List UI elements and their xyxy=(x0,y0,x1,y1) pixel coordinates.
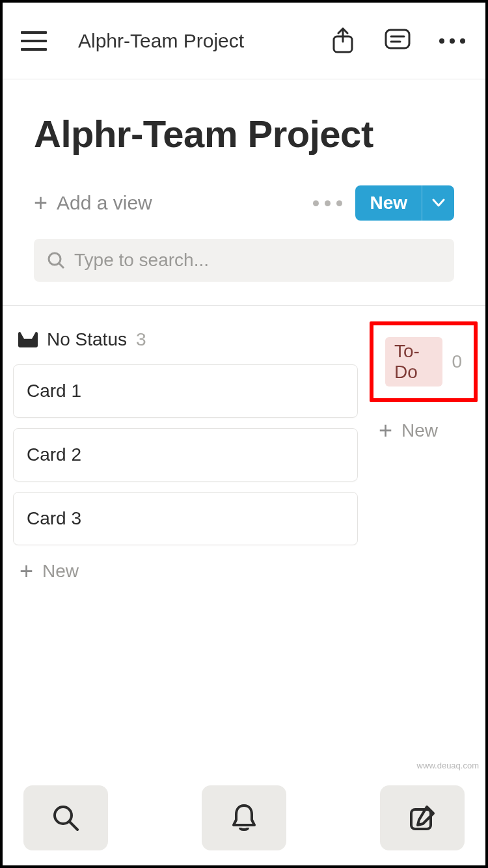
search-icon xyxy=(51,804,80,832)
share-icon[interactable] xyxy=(328,26,358,56)
board-card[interactable]: Card 1 xyxy=(13,364,358,418)
column-count: 3 xyxy=(136,329,146,350)
add-view-button[interactable]: + Add a view xyxy=(34,191,152,215)
column-header[interactable]: No Status 3 xyxy=(13,325,358,354)
top-actions xyxy=(328,26,467,56)
header-title[interactable]: Alphr-Team Project xyxy=(78,30,244,52)
search-box[interactable] xyxy=(34,239,454,282)
page-title[interactable]: Alphr-Team Project xyxy=(34,112,454,156)
search-icon xyxy=(47,251,65,269)
new-button[interactable]: New xyxy=(355,185,454,221)
column-name: No Status xyxy=(47,329,127,350)
board: No Status 3 Card 1 Card 2 Card 3 + New T… xyxy=(3,305,485,583)
column-status-tag: To-Do xyxy=(385,337,442,387)
more-icon[interactable] xyxy=(437,26,467,56)
plus-icon: + xyxy=(20,560,33,583)
chevron-down-icon[interactable] xyxy=(422,185,454,221)
column-header[interactable]: To-Do 0 xyxy=(380,333,467,390)
top-bar: Alphr-Team Project xyxy=(3,3,485,79)
add-card-label: New xyxy=(42,561,79,582)
add-card-button[interactable]: + New xyxy=(13,560,358,583)
search-input[interactable] xyxy=(74,250,441,271)
compose-button[interactable] xyxy=(380,785,465,850)
bell-icon xyxy=(231,803,257,833)
board-column-no-status: No Status 3 Card 1 Card 2 Card 3 + New xyxy=(13,325,358,583)
notifications-button[interactable] xyxy=(202,785,286,850)
view-row: + Add a view New xyxy=(34,185,454,221)
add-card-label: New xyxy=(401,420,438,441)
comment-icon[interactable] xyxy=(383,26,413,56)
view-more-icon[interactable] xyxy=(313,200,342,206)
bottom-bar xyxy=(5,773,483,863)
svg-point-2 xyxy=(49,253,61,265)
watermark: www.deuaq.com xyxy=(417,761,479,770)
add-card-button[interactable]: + New xyxy=(372,419,475,442)
plus-icon: + xyxy=(379,419,392,442)
svg-rect-1 xyxy=(386,30,409,48)
new-button-label: New xyxy=(355,185,422,221)
board-card[interactable]: Card 3 xyxy=(13,492,358,545)
compose-icon xyxy=(409,804,436,832)
search-button[interactable] xyxy=(23,785,108,850)
annotation-highlight: To-Do 0 xyxy=(370,321,478,402)
column-count: 0 xyxy=(452,351,462,372)
add-view-label: Add a view xyxy=(57,192,152,214)
plus-icon: + xyxy=(34,191,47,215)
menu-icon[interactable] xyxy=(21,31,47,51)
board-card[interactable]: Card 2 xyxy=(13,428,358,481)
inbox-icon xyxy=(18,332,38,347)
board-column-to-do: To-Do 0 + New xyxy=(372,325,475,583)
